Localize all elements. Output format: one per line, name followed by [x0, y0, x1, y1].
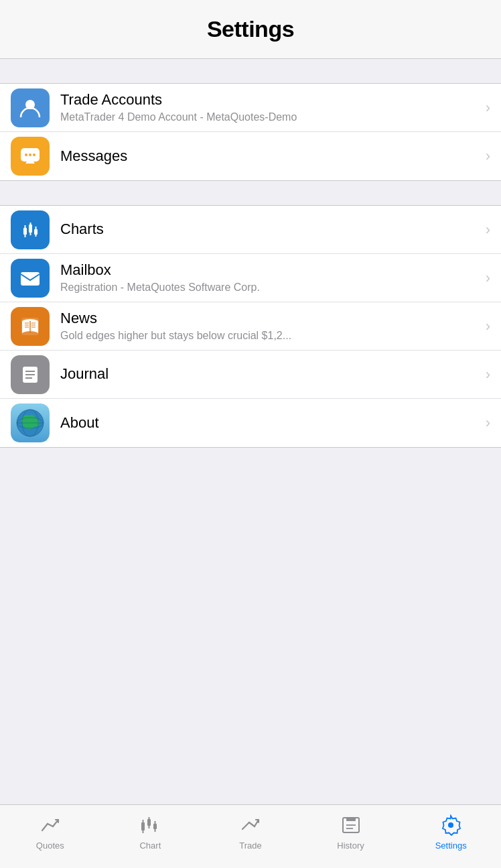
- section-spacer-2: [0, 181, 501, 205]
- history-icon: [339, 813, 363, 837]
- svg-line-33: [42, 824, 48, 830]
- tab-settings[interactable]: Settings: [401, 813, 501, 851]
- svg-point-52: [448, 822, 453, 828]
- news-content: News Gold edges higher but stays below c…: [60, 309, 480, 343]
- chart-icon: [138, 813, 162, 837]
- header: Settings: [0, 0, 501, 59]
- settings-tab-icon: [439, 813, 463, 837]
- news-chevron: ›: [486, 318, 490, 335]
- tab-quotes[interactable]: Quotes: [0, 813, 100, 851]
- mailbox-content: Mailbox Registration - MetaQuotes Softwa…: [60, 261, 480, 295]
- journal-row[interactable]: Journal ›: [0, 351, 501, 399]
- section-spacer-1: [0, 59, 501, 83]
- about-row[interactable]: About ›: [0, 399, 501, 447]
- news-title: News: [60, 309, 480, 328]
- mailbox-icon: [11, 259, 50, 298]
- tab-history[interactable]: History: [301, 813, 401, 851]
- mailbox-row[interactable]: Mailbox Registration - MetaQuotes Softwa…: [0, 254, 501, 302]
- trade-accounts-row[interactable]: Trade Accounts MetaTrader 4 Demo Account…: [0, 84, 501, 132]
- charts-icon: [11, 210, 50, 249]
- charts-row[interactable]: Charts ›: [0, 206, 501, 254]
- messages-title: Messages: [60, 147, 480, 166]
- page-title: Settings: [207, 16, 294, 42]
- tab-trade-label: Trade: [239, 841, 261, 851]
- svg-line-45: [242, 822, 249, 829]
- svg-line-34: [48, 824, 53, 826]
- about-icon: [11, 404, 50, 442]
- trade-accounts-icon: [11, 88, 50, 127]
- tab-bar: Quotes Chart: [0, 804, 501, 868]
- settings-group-1: Trade Accounts MetaTrader 4 Demo Account…: [0, 83, 501, 181]
- journal-title: Journal: [60, 365, 480, 384]
- mailbox-title: Mailbox: [60, 261, 480, 280]
- tab-chart[interactable]: Chart: [100, 813, 201, 851]
- news-subtitle: Gold edges higher but stays below crucia…: [60, 329, 480, 343]
- svg-rect-8: [29, 225, 32, 233]
- journal-content: Journal: [60, 365, 480, 384]
- tab-trade[interactable]: Trade: [200, 813, 301, 851]
- news-icon: [11, 307, 50, 346]
- settings-group-2: Charts › Mailbox Registration - MetaQuot…: [0, 205, 501, 448]
- charts-title: Charts: [60, 220, 480, 239]
- trade-accounts-chevron: ›: [486, 99, 490, 117]
- about-chevron: ›: [486, 414, 490, 432]
- about-content: About: [60, 414, 480, 433]
- mailbox-subtitle: Registration - MetaQuotes Software Corp.: [60, 281, 480, 295]
- svg-rect-42: [153, 824, 157, 829]
- charts-content: Charts: [60, 220, 480, 239]
- svg-rect-14: [21, 272, 40, 286]
- svg-line-46: [249, 822, 255, 826]
- svg-rect-36: [141, 822, 145, 830]
- messages-content: Messages: [60, 147, 480, 166]
- trade-accounts-title: Trade Accounts: [60, 90, 480, 110]
- charts-chevron: ›: [486, 221, 490, 239]
- journal-chevron: ›: [486, 366, 490, 383]
- mailbox-chevron: ›: [486, 269, 490, 287]
- messages-icon: [11, 137, 50, 176]
- journal-icon: [11, 355, 50, 394]
- svg-rect-49: [346, 818, 356, 821]
- main-content: Trade Accounts MetaTrader 4 Demo Account…: [0, 59, 501, 804]
- trade-icon: [238, 813, 263, 837]
- messages-chevron: ›: [486, 147, 490, 165]
- tab-settings-label: Settings: [435, 841, 467, 851]
- svg-point-4: [33, 153, 35, 156]
- messages-row[interactable]: Messages ›: [0, 132, 501, 180]
- news-row[interactable]: News Gold edges higher but stays below c…: [0, 302, 501, 351]
- svg-point-3: [29, 153, 31, 156]
- svg-line-35: [53, 820, 58, 826]
- svg-rect-11: [34, 229, 38, 235]
- svg-rect-5: [23, 228, 27, 235]
- svg-rect-39: [147, 819, 151, 826]
- svg-point-2: [25, 153, 27, 156]
- tab-quotes-label: Quotes: [36, 841, 64, 851]
- trade-accounts-content: Trade Accounts MetaTrader 4 Demo Account…: [60, 90, 480, 125]
- about-title: About: [60, 414, 480, 433]
- tab-history-label: History: [337, 841, 364, 851]
- trade-accounts-subtitle: MetaTrader 4 Demo Account - MetaQuotes-D…: [60, 111, 480, 125]
- tab-chart-label: Chart: [139, 841, 161, 851]
- quotes-icon: [38, 813, 62, 837]
